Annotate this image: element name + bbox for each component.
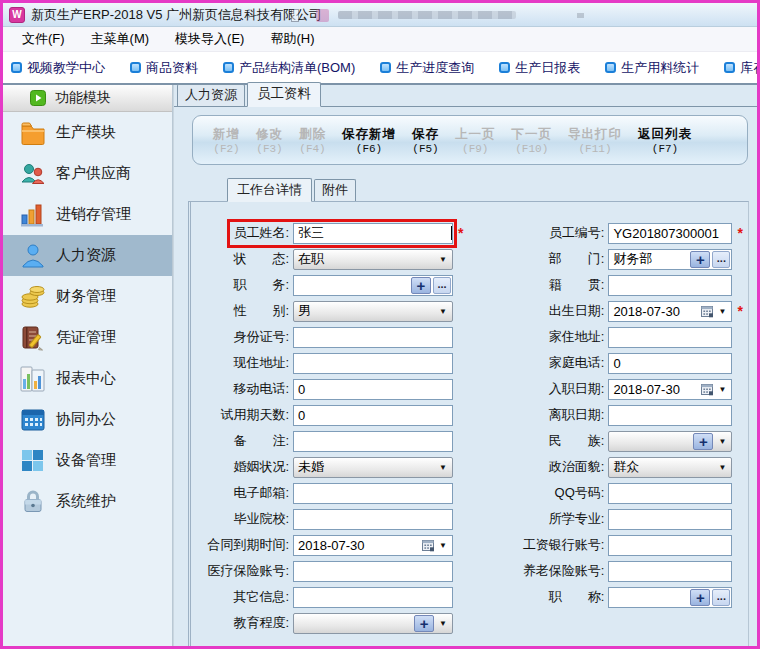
salary-bank-account-field[interactable] xyxy=(608,535,732,556)
play-icon xyxy=(30,90,46,106)
ethnicity-field[interactable]: +▼ xyxy=(608,431,732,452)
menu-item[interactable]: 模块导入(E) xyxy=(162,28,257,50)
political-status-field[interactable]: 群众▼ xyxy=(608,457,732,478)
quickbar-item[interactable]: 视频教学中心 xyxy=(11,59,105,77)
hire-date-field[interactable]: 2018-07-30▼ xyxy=(608,379,732,400)
id-card-field[interactable] xyxy=(293,327,453,348)
employee-name-field[interactable]: 张三 xyxy=(293,223,453,244)
quickbar-item[interactable]: 生产用料统计 xyxy=(605,59,699,77)
field-value: 2018-07-30 xyxy=(613,382,700,397)
chevron-down-icon[interactable]: ▼ xyxy=(436,619,452,628)
medical-insurance-account-field[interactable] xyxy=(293,561,453,582)
add-button[interactable]: + xyxy=(690,589,710,606)
sidebar-item-book[interactable]: 凭证管理 xyxy=(3,317,172,358)
menu-item[interactable]: 帮助(H) xyxy=(257,28,327,50)
sidebar-item-lock[interactable]: 系统维护 xyxy=(3,481,172,522)
major-field[interactable] xyxy=(608,509,732,530)
chevron-down-icon[interactable]: ▼ xyxy=(436,255,452,264)
sidebar-item-chart[interactable]: 进销存管理 xyxy=(3,194,172,235)
quickbar-item[interactable]: 商品资料 xyxy=(130,59,198,77)
employee-no-field[interactable]: YG201807300001 xyxy=(608,223,732,244)
menu-item[interactable]: 文件(F) xyxy=(9,28,78,50)
calendar-icon[interactable] xyxy=(421,538,435,552)
job-title-field[interactable]: +... xyxy=(608,587,732,608)
quickbar-item[interactable]: 产品结构清单(BOM) xyxy=(223,59,355,77)
mobile-phone-field[interactable]: 0 xyxy=(293,379,453,400)
module-icon xyxy=(499,62,510,73)
chevron-down-icon[interactable]: ▼ xyxy=(436,307,452,316)
tab-employee-record[interactable]: 员工资料 xyxy=(247,82,321,107)
home-phone-field[interactable]: 0 xyxy=(608,353,732,374)
browse-button[interactable]: ... xyxy=(433,277,451,294)
chevron-down-icon[interactable]: ▼ xyxy=(715,385,731,394)
form-row: 备 注:民 族:+▼ xyxy=(193,428,748,454)
field-value: 男 xyxy=(298,302,436,320)
module-icon xyxy=(223,62,234,73)
calendar-icon xyxy=(19,406,47,434)
sub-tab-bar: 工作台详情附件 xyxy=(227,181,757,201)
graduate-school-field[interactable] xyxy=(293,509,453,530)
sidebar-item-report[interactable]: 报表中心 xyxy=(3,358,172,399)
chevron-down-icon[interactable]: ▼ xyxy=(715,307,731,316)
sidebar-item-squares[interactable]: 设备管理 xyxy=(3,440,172,481)
squares-icon xyxy=(19,447,47,475)
sidebar-item-calendar[interactable]: 协同办公 xyxy=(3,399,172,440)
calendar-icon[interactable] xyxy=(700,382,714,396)
toolbar-button[interactable]: 返回列表(F7) xyxy=(630,126,700,155)
native-place-field[interactable] xyxy=(608,275,732,296)
calendar-icon[interactable] xyxy=(700,304,714,318)
toolbar-button-label: 导出打印 xyxy=(568,126,622,143)
pension-account-field[interactable] xyxy=(608,561,732,582)
marital-status-field[interactable]: 未婚▼ xyxy=(293,457,453,478)
department-field[interactable]: 财务部+... xyxy=(608,249,732,270)
subtab-workbench-detail[interactable]: 工作台详情 xyxy=(227,178,312,202)
department-label: 部 门: xyxy=(478,250,608,268)
module-icon xyxy=(11,62,22,73)
birth-date-field[interactable]: 2018-07-30▼ xyxy=(608,301,732,322)
probation-days-field[interactable]: 0 xyxy=(293,405,453,426)
home-address-label: 家住地址: xyxy=(478,328,608,346)
home-address-field[interactable] xyxy=(608,327,732,348)
record-toolbar: 新增(F2)修改(F3)删除(F4)保存新增(F6)保存(F5)上一页(F9)下… xyxy=(192,115,748,165)
sidebar-item-coins[interactable]: 财务管理 xyxy=(3,276,172,317)
email-field[interactable] xyxy=(293,483,453,504)
quickbar-item-label: 商品资料 xyxy=(146,59,198,77)
people-icon xyxy=(19,160,47,188)
subtab-attachment[interactable]: 附件 xyxy=(314,179,356,201)
education-level-field[interactable]: +▼ xyxy=(293,613,453,634)
status-field[interactable]: 在职▼ xyxy=(293,249,453,270)
qq-number-field[interactable] xyxy=(608,483,732,504)
add-button[interactable]: + xyxy=(411,277,431,294)
chevron-down-icon[interactable]: ▼ xyxy=(436,463,452,472)
sidebar-item-people[interactable]: 客户供应商 xyxy=(3,153,172,194)
chevron-down-icon[interactable]: ▼ xyxy=(715,463,731,472)
current-address-field[interactable] xyxy=(293,353,453,374)
add-button[interactable]: + xyxy=(690,251,710,268)
quickbar-item[interactable]: 生产日报表 xyxy=(499,59,580,77)
other-info-field[interactable] xyxy=(293,587,453,608)
form-row: 身份证号:家住地址: xyxy=(193,324,748,350)
tab-hr-module[interactable]: 人力资源 xyxy=(177,84,245,106)
sidebar-item-folder[interactable]: 生产模块 xyxy=(3,112,172,153)
position-field[interactable]: +... xyxy=(293,275,453,296)
browse-button[interactable]: ... xyxy=(712,589,730,606)
field-group: 医疗保险账号: xyxy=(193,561,453,582)
browse-button[interactable]: ... xyxy=(712,251,730,268)
chevron-down-icon[interactable]: ▼ xyxy=(436,541,452,550)
toolbar-button[interactable]: 保存新增(F6) xyxy=(334,126,404,155)
add-button[interactable]: + xyxy=(414,615,434,632)
contract-expiry-field[interactable]: 2018-07-30▼ xyxy=(293,535,453,556)
toolbar-button: 修改(F3) xyxy=(248,126,291,155)
remark-field[interactable] xyxy=(293,431,453,452)
id-card-label: 身份证号: xyxy=(193,328,293,346)
quickbar-item[interactable]: 库存查询 xyxy=(724,59,757,77)
menu-item[interactable]: 主菜单(M) xyxy=(78,28,163,50)
add-button[interactable]: + xyxy=(693,433,713,450)
quickbar-item[interactable]: 生产进度查询 xyxy=(380,59,474,77)
form-row: 试用期天数:0离职日期: xyxy=(193,402,748,428)
toolbar-button[interactable]: 保存(F5) xyxy=(404,126,447,155)
sidebar-item-person[interactable]: 人力资源 xyxy=(3,235,172,276)
leave-date-field[interactable] xyxy=(608,405,732,426)
chevron-down-icon[interactable]: ▼ xyxy=(715,437,731,446)
gender-field[interactable]: 男▼ xyxy=(293,301,453,322)
